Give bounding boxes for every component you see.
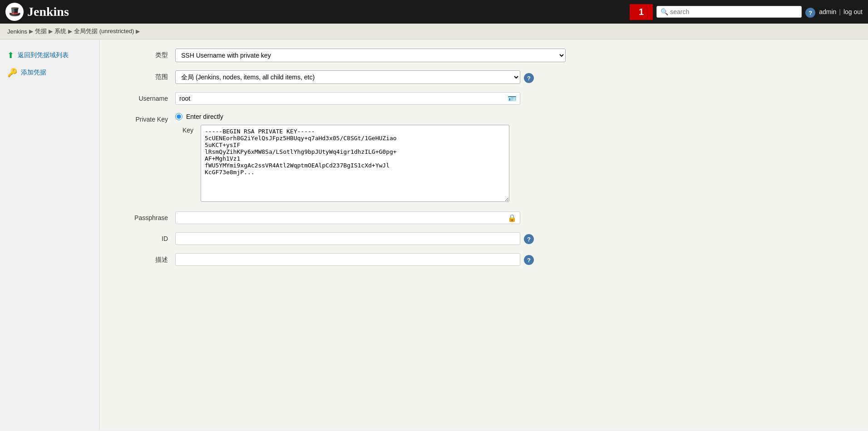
sidebar-item-return-label: 返回到凭据域列表: [18, 51, 69, 59]
description-wrapper: [175, 253, 520, 266]
logo-area: 🎩 Jenkins: [5, 3, 69, 21]
passphrase-label: Passphrase: [113, 211, 168, 221]
crumb-credentials[interactable]: 凭据: [35, 27, 47, 35]
scope-row: 范围 全局 (Jenkins, nodes, items, all child …: [113, 70, 854, 84]
type-label: 类型: [113, 49, 168, 59]
return-icon: ⬆: [7, 50, 14, 60]
search-wrapper: 🔍: [656, 6, 802, 18]
type-select[interactable]: SSH Username with private key Username w…: [175, 49, 566, 62]
search-input[interactable]: [670, 8, 798, 15]
passphrase-row: Passphrase 🔒: [113, 211, 854, 224]
id-control: ?: [175, 232, 854, 245]
arrow-2: ▶: [49, 28, 53, 34]
sidebar-item-add-credentials[interactable]: 🔑 添加凭据: [4, 64, 96, 81]
description-control: ?: [175, 253, 854, 266]
jenkins-logo-icon: 🎩: [5, 3, 24, 21]
divider: |: [839, 8, 841, 15]
username-icon: 🪪: [508, 94, 517, 103]
key-icon: 🔑: [7, 68, 17, 78]
crumb-jenkins[interactable]: Jenkins: [7, 28, 27, 35]
type-row: 类型 SSH Username with private key Usernam…: [113, 49, 854, 62]
username-control: 🪪: [175, 92, 854, 105]
breadcrumb: Jenkins ▶ 凭据 ▶ 系统 ▶ 全局凭据 (unrestricted) …: [0, 24, 868, 39]
passphrase-control: 🔒: [175, 211, 854, 224]
scope-control: 全局 (Jenkins, nodes, items, all child ite…: [175, 70, 854, 84]
id-label: ID: [113, 232, 168, 242]
id-wrapper: [175, 232, 520, 245]
id-help-icon[interactable]: ?: [524, 234, 534, 244]
content-area: 类型 SSH Username with private key Usernam…: [100, 39, 868, 430]
id-input[interactable]: [175, 232, 520, 245]
description-row: 描述 ?: [113, 253, 854, 266]
passphrase-wrapper: 🔒: [175, 211, 520, 224]
key-textarea-wrapper: -----BEGIN RSA PRIVATE KEY----- 5cUENEor…: [201, 125, 509, 203]
main-layout: ⬆ 返回到凭据域列表 🔑 添加凭据 类型 SSH Username with p…: [0, 39, 868, 430]
user-area: admin | log out: [819, 8, 863, 15]
arrow-1: ▶: [29, 28, 33, 34]
arrow-3: ▶: [68, 28, 72, 34]
sidebar-item-add-label: 添加凭据: [21, 69, 46, 77]
username-wrapper: 🪪: [175, 92, 520, 105]
enter-directly-row: Enter directly: [175, 113, 509, 120]
crumb-system[interactable]: 系统: [54, 27, 66, 35]
app-title: Jenkins: [27, 5, 69, 19]
search-icon: 🔍: [661, 8, 668, 15]
search-area: 🔍 ?: [656, 6, 815, 18]
sidebar: ⬆ 返回到凭据域列表 🔑 添加凭据: [0, 39, 100, 430]
private-key-control: Enter directly Key -----BEGIN RSA PRIVAT…: [175, 113, 854, 203]
sidebar-item-return[interactable]: ⬆ 返回到凭据域列表: [4, 47, 96, 64]
username-label: Username: [113, 92, 168, 102]
private-key-row: Private Key Enter directly Key -----BEGI…: [113, 113, 854, 203]
enter-directly-radio[interactable]: [175, 113, 182, 120]
type-control: SSH Username with private key Username w…: [175, 49, 854, 62]
description-input[interactable]: [175, 253, 520, 266]
arrow-4: ▶: [136, 28, 140, 34]
description-label: 描述: [113, 253, 168, 264]
admin-link[interactable]: admin: [819, 8, 836, 15]
username-input[interactable]: [175, 92, 520, 105]
scope-select[interactable]: 全局 (Jenkins, nodes, items, all child ite…: [175, 70, 520, 84]
username-row: Username 🪪: [113, 92, 854, 105]
scope-label: 范围: [113, 70, 168, 81]
logout-link[interactable]: log out: [843, 8, 863, 15]
description-help-icon[interactable]: ?: [524, 255, 534, 265]
search-help-icon[interactable]: ?: [805, 8, 815, 18]
header: 🎩 Jenkins 1 🔍 ? admin | log out: [0, 0, 868, 24]
enter-directly-label: Enter directly: [186, 113, 223, 120]
passphrase-input[interactable]: [175, 211, 520, 224]
key-sub-label: Key: [175, 125, 193, 134]
id-row: ID ?: [113, 232, 854, 245]
scope-help-icon[interactable]: ?: [524, 73, 534, 83]
private-key-label: Private Key: [113, 113, 168, 123]
notification-badge[interactable]: 1: [630, 4, 653, 20]
key-sub-row: Key -----BEGIN RSA PRIVATE KEY----- 5cUE…: [175, 125, 509, 203]
private-key-section: Enter directly Key -----BEGIN RSA PRIVAT…: [175, 113, 509, 203]
key-textarea[interactable]: -----BEGIN RSA PRIVATE KEY----- 5cUENEor…: [201, 125, 509, 202]
scope-select-wrapper: 全局 (Jenkins, nodes, items, all child ite…: [175, 70, 534, 84]
lock-icon: 🔒: [508, 214, 517, 222]
crumb-global[interactable]: 全局凭据 (unrestricted): [74, 27, 134, 35]
